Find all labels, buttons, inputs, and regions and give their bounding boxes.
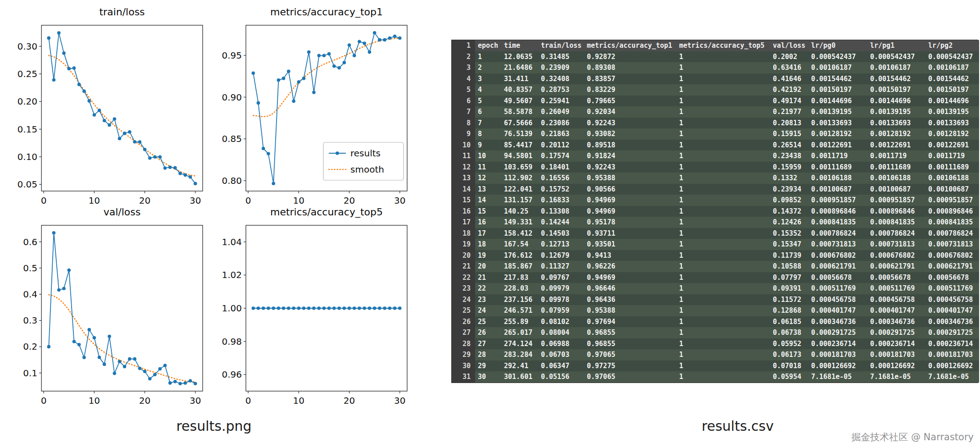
csv-cell: train/loss — [538, 40, 584, 51]
line-number: 16 — [452, 206, 475, 217]
chart-val-loss: 01020300.10.20.30.40.50.6val/loss — [9, 202, 214, 414]
csv-cell: 283.284 — [501, 349, 538, 360]
csv-cell: 0.000126692 — [926, 360, 979, 372]
svg-text:metrics/accuracy_top5: metrics/accuracy_top5 — [270, 206, 383, 218]
csv-cell: 0.000951857 — [926, 195, 979, 206]
csv-cell: 0.000291725 — [808, 327, 867, 338]
csv-cell: 131.157 — [501, 195, 538, 206]
svg-text:metrics/accuracy_top1: metrics/accuracy_top1 — [270, 6, 383, 18]
csv-cell: 217.83 — [501, 272, 538, 283]
csv-row: 2120185.8670.113270.9622610.105880.00062… — [452, 261, 978, 272]
csv-cell: 12 — [475, 173, 501, 184]
csv-cell: 0.00100687 — [867, 184, 926, 195]
csv-cell: 0.00056678 — [926, 272, 979, 283]
svg-text:0.1: 0.1 — [23, 368, 37, 379]
csv-cell: 11 — [475, 162, 501, 173]
csv-cell: 0.32408 — [538, 73, 584, 85]
csv-cell: 0.91824 — [584, 151, 676, 162]
csv-cell: 0.000621791 — [808, 261, 867, 272]
csv-cell: 0.000236714 — [867, 338, 926, 350]
csv-cell: 0.000621791 — [926, 261, 979, 272]
csv-cell: 0.000236714 — [926, 338, 979, 350]
line-number: 2 — [452, 51, 475, 63]
csv-cell: 0.000181703 — [867, 349, 926, 360]
csv-cell: 0.00106187 — [808, 62, 867, 73]
csv-cell: 0.63416 — [770, 62, 808, 73]
csv-cell: 0.00111689 — [808, 162, 867, 173]
csv-cell: 1 — [676, 106, 770, 118]
csv-cell: 0.00106188 — [867, 173, 926, 184]
csv-cell: 0.12679 — [538, 250, 584, 261]
csv-cell: 7.1681e-05 — [808, 371, 867, 383]
csv-row: 1918167.540.127130.9350110.153470.000731… — [452, 239, 978, 250]
csv-cell: 0.00150197 — [926, 84, 979, 96]
csv-row: 2019176.6120.126790.941310.117390.000676… — [452, 250, 978, 261]
csv-cell: 0.15352 — [770, 228, 808, 239]
csv-cell: 1 — [676, 162, 770, 173]
csv-cell: 0.17574 — [538, 151, 584, 162]
csv-cell: 0.000676802 — [867, 250, 926, 261]
csv-cell: 19 — [475, 250, 501, 261]
csv-cell: 0.00154462 — [808, 73, 867, 85]
svg-text:train/loss: train/loss — [99, 6, 145, 18]
csv-row: 2221217.830.097670.9496910.077970.000566… — [452, 272, 978, 283]
csv-cell: 265.017 — [501, 327, 538, 338]
csv-cell: 0.79665 — [584, 96, 676, 107]
svg-text:20: 20 — [344, 395, 355, 406]
csv-cell: 0.000346736 — [926, 316, 979, 328]
csv-cell: 1 — [676, 250, 770, 261]
csv-cell: 76.5139 — [501, 128, 538, 140]
line-number: 22 — [452, 272, 475, 283]
csv-cell: 0.94969 — [584, 195, 676, 206]
line-number: 9 — [452, 128, 475, 140]
csv-cell: 1 — [676, 360, 770, 372]
csv-cell: 0.1332 — [770, 173, 808, 184]
csv-row: 2625255.890.081020.9769410.061850.000346… — [452, 316, 978, 328]
csv-cell: 1 — [676, 73, 770, 85]
csv-cell: 0.00111689 — [867, 162, 926, 173]
csv-cell: 0.00144696 — [926, 96, 979, 107]
csv-cell: 0.15959 — [770, 162, 808, 173]
csv-cell: 0.00100687 — [926, 184, 979, 195]
csv-cell: 0.93711 — [584, 228, 676, 239]
csv-cell: 0.00133693 — [867, 118, 926, 129]
csv-cell: 1 — [676, 51, 770, 63]
line-number: 3 — [452, 62, 475, 73]
line-number: 1 — [452, 40, 475, 51]
csv-row: 2928283.2840.067030.9706510.061730.00018… — [452, 349, 978, 360]
csv-cell: 24 — [475, 305, 501, 316]
csv-cell: 0.23934 — [770, 184, 808, 195]
csv-cell: 16 — [475, 217, 501, 228]
csv-cell: 0.00144696 — [867, 96, 926, 107]
csv-cell: metrics/accuracy_top5 — [676, 40, 770, 51]
csv-cell: lr/pg0 — [808, 40, 867, 51]
csv-cell: 0.83857 — [584, 73, 676, 85]
csv-cell: 1 — [676, 151, 770, 162]
csv-cell: 0.0011719 — [808, 151, 867, 162]
csv-cell: 0.00154462 — [926, 73, 979, 85]
line-number: 26 — [452, 316, 475, 328]
csv-row: 1514131.1570.168330.9496910.098520.00095… — [452, 195, 978, 206]
csv-cell: 0.06738 — [770, 327, 808, 338]
csv-row: 1817158.4120.145030.9371110.153520.00078… — [452, 228, 978, 239]
csv-row: 1716149.3310.142440.9517810.124260.00084… — [452, 217, 978, 228]
chart-accuracy-top1: 01020300.800.850.900.95metrics/accuracy_… — [213, 2, 419, 214]
csv-cell: 1 — [676, 283, 770, 294]
csv-cell: 0.000951857 — [808, 195, 867, 206]
line-number: 20 — [452, 250, 475, 261]
csv-cell: 1 — [676, 195, 770, 206]
csv-cell: 1 — [676, 272, 770, 283]
csv-cell: 0.21977 — [770, 106, 808, 118]
csv-cell: 0.000786824 — [867, 228, 926, 239]
csv-cell: 5 — [475, 96, 501, 107]
csv-cell: 292.41 — [501, 360, 538, 372]
watermark: 掘金技术社区 @ Narrastory — [851, 431, 974, 443]
csv-cell: 0.10588 — [770, 261, 808, 272]
csv-cell: 1 — [676, 206, 770, 217]
csv-cell: 0.000841835 — [808, 217, 867, 228]
csv-cell: 0.23086 — [538, 118, 584, 129]
csv-cell: 0.11327 — [538, 261, 584, 272]
svg-text:results: results — [350, 148, 381, 159]
csv-cell: 0.00154462 — [867, 73, 926, 85]
csv-cell: 0.93501 — [584, 239, 676, 250]
